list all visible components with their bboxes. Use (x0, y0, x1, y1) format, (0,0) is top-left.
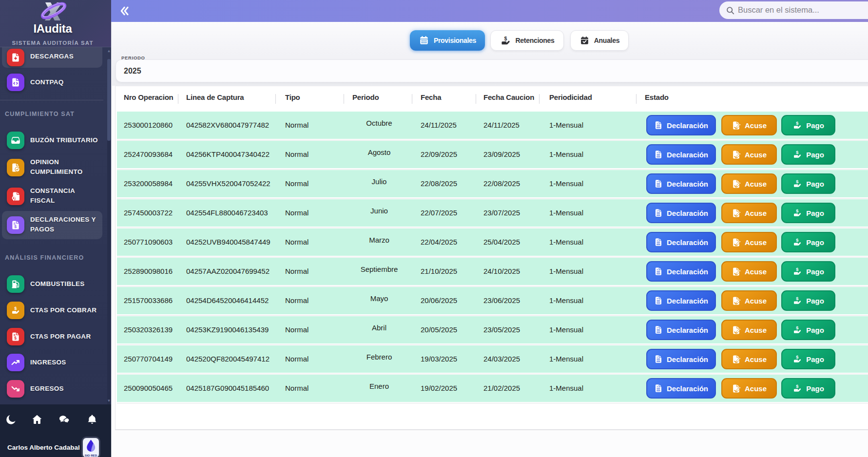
svg-text:$: $ (796, 179, 798, 184)
svg-text:SIO RED: SIO RED (85, 454, 97, 457)
svg-text:$: $ (796, 296, 798, 301)
svg-text:$: $ (796, 355, 798, 360)
svg-text:$: $ (796, 121, 798, 126)
svg-text:$: $ (14, 336, 17, 341)
svg-text:$: $ (14, 306, 17, 311)
svg-text:$: $ (796, 325, 798, 330)
svg-text:$: $ (14, 224, 17, 229)
svg-text:$: $ (796, 209, 798, 213)
svg-text:$: $ (504, 35, 507, 41)
svg-text:$: $ (796, 384, 798, 389)
svg-text:$: $ (796, 238, 798, 243)
svg-text:$: $ (796, 150, 798, 155)
svg-text:$: $ (796, 267, 798, 272)
